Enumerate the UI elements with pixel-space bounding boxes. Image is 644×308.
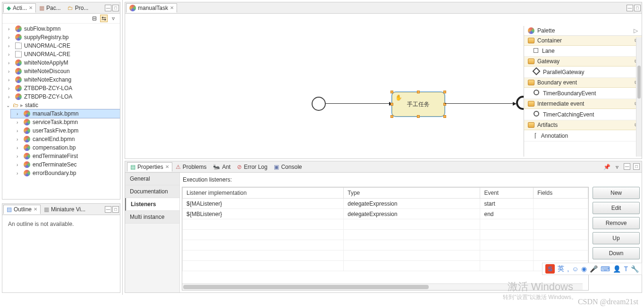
chevron-right-icon[interactable]: ▷: [634, 27, 638, 34]
listeners-table[interactable]: Listener implementationTypeEventFields $…: [182, 187, 589, 291]
maximize-view-button[interactable]: □: [112, 5, 119, 11]
table-row[interactable]: ${MBListener}delegateExpressionend: [183, 209, 588, 219]
tree-file[interactable]: ›whiteNoteExchang: [2, 75, 120, 84]
close-icon[interactable]: ✕: [170, 5, 174, 10]
ime-record[interactable]: ◉: [581, 265, 587, 273]
properties-tab[interactable]: ▤ Properties ✕: [127, 162, 172, 172]
tree-file[interactable]: ›userTaskFive.bpm: [11, 126, 120, 135]
maximize-editor-button[interactable]: □: [634, 5, 641, 11]
maximize-view-button[interactable]: □: [112, 206, 119, 213]
ime-toolbar[interactable]: S 英 , ☺ ◉ 🎤 ⌨ 👤 T 🔧: [542, 263, 642, 275]
tree-file[interactable]: ›endTerminateFirst: [11, 152, 120, 160]
maximize-view-button[interactable]: □: [633, 163, 640, 170]
props-side-tab-listeners[interactable]: Listeners: [125, 198, 179, 211]
project-tree[interactable]: ›subFlow.bpmn›supplyRegistry.bp›UNNORMAL…: [2, 24, 120, 199]
tree-file[interactable]: ›ZTBDPB-ZCY-LOA: [2, 84, 120, 92]
package-icon: ▦: [39, 5, 44, 11]
palette-item[interactable]: ⌈Annotation: [524, 130, 642, 142]
tree-file[interactable]: ›errorBoundary.bp: [11, 169, 120, 177]
column-header[interactable]: Type: [344, 188, 480, 199]
tree-file[interactable]: ›whiteNoteDiscoun: [2, 67, 120, 75]
column-header[interactable]: Event: [480, 188, 534, 199]
ime-lang[interactable]: 英: [558, 265, 564, 273]
explorer-tab-package[interactable]: ▦ Pac...: [36, 3, 64, 13]
miniature-tab[interactable]: ▦ Miniature Vi...: [41, 205, 89, 214]
console-tab[interactable]: ▣Console: [271, 162, 305, 172]
palette-category[interactable]: Container⧉: [524, 36, 642, 46]
edit-button[interactable]: Edit: [593, 202, 640, 214]
ime-t[interactable]: T: [624, 265, 628, 273]
palette-item[interactable]: TimerBoundaryEvent: [524, 88, 642, 99]
close-icon[interactable]: ✕: [29, 5, 33, 10]
csdn-watermark: CSDN @dream21st: [578, 298, 638, 306]
bpmn-file-icon: [15, 85, 22, 92]
bpmn-manual-task[interactable]: ✋ 手工任务: [392, 92, 445, 117]
column-header[interactable]: Fields: [534, 188, 588, 199]
sequence-flow[interactable]: [326, 103, 392, 104]
editor-tab-manualtask[interactable]: manualTask ✕: [126, 3, 177, 13]
ant-tab[interactable]: 🐜Ant: [210, 162, 234, 172]
tree-file[interactable]: ›whiteNoteApplyM: [2, 58, 120, 67]
sequence-flow[interactable]: [445, 103, 516, 104]
link-editor-icon[interactable]: ⇆: [100, 15, 108, 22]
props-side-tab-multi-instance[interactable]: Multi instance: [125, 211, 179, 224]
palette-scrollbar[interactable]: [636, 37, 642, 157]
tree-file[interactable]: ›compensation.bp: [11, 143, 120, 152]
view-menu-icon[interactable]: ▿: [110, 15, 117, 22]
tree-file[interactable]: ›subFlow.bpmn: [2, 25, 120, 33]
props-side-tab-general[interactable]: General: [125, 173, 179, 185]
collapse-all-icon[interactable]: ⊟: [91, 15, 98, 22]
lane-icon: [534, 48, 538, 54]
ime-mic[interactable]: 🎤: [590, 265, 598, 273]
minimize-editor-button[interactable]: —: [627, 5, 633, 11]
tree-file[interactable]: ›cancelEnd.bpmn: [11, 135, 120, 143]
ime-settings[interactable]: 🔧: [631, 265, 639, 273]
explorer-tab-project[interactable]: 🗀 Pro...: [64, 3, 92, 13]
explorer-tab-activiti[interactable]: ◆ Acti... ✕: [3, 3, 36, 13]
new-button[interactable]: New: [593, 187, 640, 199]
palette-category[interactable]: Artifacts⧉: [524, 120, 642, 130]
tree-file[interactable]: ›UNNORMAL-CRE: [2, 50, 120, 58]
errorlog-tab[interactable]: ⊘Error Log: [234, 162, 271, 172]
bpmn-start-event[interactable]: [312, 97, 326, 111]
palette-header[interactable]: Palette ▷: [524, 26, 642, 36]
ime-user[interactable]: 👤: [613, 265, 621, 273]
view-menu-icon[interactable]: ▿: [613, 163, 621, 171]
outline-body: An outline is not available.: [2, 215, 120, 233]
props-side-tab-documentation[interactable]: Documentation: [125, 185, 179, 198]
palette-category[interactable]: Boundary event⧉: [524, 78, 642, 88]
tree-file[interactable]: ›endTerminateSec: [11, 160, 120, 169]
tree-file[interactable]: ›serviceTask.bpmn: [11, 118, 120, 126]
close-icon[interactable]: ✕: [165, 164, 169, 169]
palette-category[interactable]: Intermediate event⧉: [524, 99, 642, 109]
palette-item[interactable]: Lane: [524, 46, 642, 57]
problems-tab[interactable]: ⚠Problems: [172, 162, 210, 172]
down-button[interactable]: Down: [593, 247, 640, 259]
tree-folder-static[interactable]: ⌄ 🗁 ▸ static: [2, 101, 120, 109]
errorlog-icon: ⊘: [237, 164, 242, 170]
tree-file[interactable]: ›UNNORMAL-CRE: [2, 42, 120, 50]
minimize-view-button[interactable]: —: [105, 5, 111, 11]
ime-emoji[interactable]: ☺: [572, 265, 578, 273]
remove-button[interactable]: Remove: [593, 217, 640, 229]
sogou-icon[interactable]: S: [545, 264, 555, 274]
palette-item[interactable]: TimerCatchingEvent: [524, 109, 642, 120]
close-icon[interactable]: ✕: [34, 207, 37, 212]
up-button[interactable]: Up: [593, 232, 640, 244]
palette-category[interactable]: Gateway⧉: [524, 57, 642, 67]
bpmn-canvas[interactable]: ✋ 手工任务 Palette ▷ Container⧉Lane: [125, 14, 642, 158]
pin-view-icon[interactable]: 📌: [603, 163, 610, 171]
column-header[interactable]: Listener implementation: [183, 188, 344, 199]
tree-file[interactable]: ›supplyRegistry.bp: [2, 33, 120, 42]
horizontal-scrollbar[interactable]: [182, 283, 583, 290]
outline-tab[interactable]: ▤ Outline ✕: [3, 205, 41, 214]
ime-punct[interactable]: ,: [567, 265, 569, 273]
cell-impl: ${MAListener}: [183, 199, 344, 209]
table-row[interactable]: ${MAListener}delegateExpressionstart: [183, 199, 588, 209]
minimize-view-button[interactable]: —: [624, 163, 630, 170]
tree-file[interactable]: ›ZTBDPB-ZCY-LOA: [2, 92, 120, 101]
tree-file[interactable]: ›manualTask.bpmn: [11, 109, 120, 118]
palette-item[interactable]: ParallelGateway: [524, 67, 642, 78]
minimize-view-button[interactable]: —: [105, 206, 111, 213]
ime-keyboard[interactable]: ⌨: [601, 265, 610, 273]
